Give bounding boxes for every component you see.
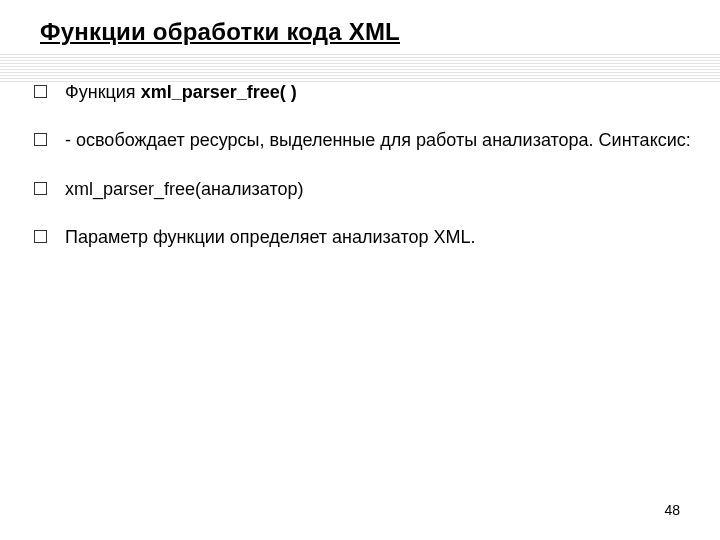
bullet-list: Функция xml_parser_free( ) - освобождает…	[28, 80, 692, 249]
list-item: Параметр функции определяет анализатор X…	[34, 225, 692, 249]
list-item-text: - освобождает ресурсы, выделенные для ра…	[65, 128, 692, 152]
slide-title: Функции обработки кода XML	[40, 18, 692, 46]
list-item-text: Параметр функции определяет анализатор X…	[65, 225, 692, 249]
square-bullet-icon	[34, 133, 47, 146]
list-item: - освобождает ресурсы, выделенные для ра…	[34, 128, 692, 152]
square-bullet-icon	[34, 230, 47, 243]
page-number: 48	[664, 502, 680, 518]
list-item-text: Функция xml_parser_free( )	[65, 80, 692, 104]
square-bullet-icon	[34, 182, 47, 195]
list-item-text: xml_parser_free(анализатор)	[65, 177, 692, 201]
list-item: xml_parser_free(анализатор)	[34, 177, 692, 201]
list-item: Функция xml_parser_free( )	[34, 80, 692, 104]
title-underline-pattern	[0, 54, 720, 82]
square-bullet-icon	[34, 85, 47, 98]
